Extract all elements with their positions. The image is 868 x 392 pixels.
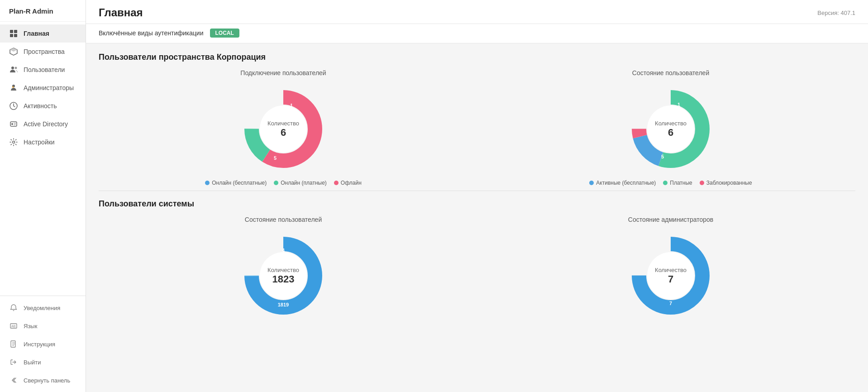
corp-chart1-center: Количество 6 [267,120,299,139]
corp-chart2-subtitle: Состояние пользователей [632,69,709,76]
system-chart1-subtitle: Состояние пользователей [245,216,322,223]
sidebar-item-spaces[interactable]: Пространства [0,43,86,61]
sidebar-item-admins[interactable]: Администраторы [0,79,86,97]
sidebar-item-manual[interactable]: Инструкция [0,335,86,353]
corp-chart2-value: 6 [655,127,687,139]
corp-chart2-center: Количество 6 [655,120,687,139]
corp-section-title: Пользователи пространства Корпорация [99,53,855,62]
legend-label-offline: Офлайн [341,180,362,186]
legend-label-paid: Платные [670,180,692,186]
sidebar-label-collapse: Свернуть панель [24,377,70,384]
sidebar-bottom: Уведомления AB Язык Инструкция Выйти Све… [0,296,86,392]
legend-dot-green2 [663,181,668,185]
sidebar-label-home: Главная [24,30,49,37]
legend-label-active-free: Активные (бесплатные) [596,180,656,186]
version-label: Версия: 407.1 [817,10,855,16]
corp-chart2: Состояние пользователей 1 5 [486,69,855,186]
legend-dot-red2 [700,181,704,185]
corp-charts-row: Подключение пользователей 1 [99,69,855,186]
legend-item-offline: Офлайн [334,180,362,186]
section-divider [99,191,855,191]
sidebar-label-notifications: Уведомления [24,305,60,311]
sidebar-nav: Главная Пространства Пользователи Админи… [0,22,86,296]
legend-dot-green [274,181,278,185]
users-icon [9,65,18,74]
legend-dot-blue2 [589,181,594,185]
admins-icon [9,83,18,92]
legend-label-online-free: Онлайн (бесплатные) [212,180,267,186]
sidebar-label-spaces: Пространства [24,48,65,55]
system-section-title: Пользователи системы [99,199,855,209]
sidebar-label-manual: Инструкция [24,341,55,348]
sidebar-label-language: Язык [24,323,37,330]
legend-item-online-free: Онлайн (бесплатные) [205,180,267,186]
manual-icon [9,339,18,349]
main-content: Главная Версия: 407.1 Включённые виды ау… [86,0,868,392]
corp-chart1-subtitle: Подключение пользователей [240,69,326,76]
auth-label: Включённые виды аутентификации [99,29,204,37]
corp-chart1: Подключение пользователей 1 [99,69,468,186]
svg-rect-0 [10,30,13,33]
system-chart2-value: 7 [655,273,687,285]
svg-text:5: 5 [661,154,664,159]
sidebar-label-settings: Настройки [24,139,55,146]
app-title: Plan-R Admin [0,0,86,22]
sidebar-item-ad[interactable]: Active Directory [0,115,86,133]
svg-point-10 [13,141,15,143]
legend-dot-red [334,181,339,185]
svg-text:1: 1 [677,102,680,107]
system-charts-row: Состояние пользователей 4 1819 Ко [99,216,855,321]
corp-chart2-donut: 1 5 Количество 6 [625,84,716,174]
page-title: Главная [99,6,143,19]
legend-item-blocked: Заблокированные [700,180,752,186]
sidebar-label-logout: Выйти [24,359,41,366]
settings-icon [9,138,18,147]
sidebar-item-notifications[interactable]: Уведомления [0,299,86,317]
svg-text:1: 1 [290,103,293,108]
svg-rect-3 [14,34,17,37]
legend-item-active-free: Активные (бесплатные) [589,180,656,186]
sidebar-item-language[interactable]: AB Язык [0,317,86,335]
content-area: Пользователи пространства Корпорация Под… [86,43,868,335]
corp-section: Пользователи пространства Корпорация Под… [99,53,855,186]
sidebar-item-collapse[interactable]: Свернуть панель [0,371,86,389]
logout-icon [9,358,18,367]
svg-point-9 [11,123,13,125]
corp-chart1-legend: Онлайн (бесплатные) Онлайн (платные) Офл… [205,180,362,186]
svg-rect-1 [14,30,17,33]
legend-item-paid: Платные [663,180,692,186]
system-section: Пользователи системы Состояние пользоват… [99,199,855,321]
sidebar-label-activity: Активность [24,102,57,110]
legend-dot-blue [205,181,210,185]
system-chart1-center: Количество 1823 [267,267,299,285]
language-icon: AB [9,321,18,330]
system-chart2-label: Количество [655,267,687,273]
sidebar-item-users[interactable]: Пользователи [0,61,86,79]
page-header: Главная Версия: 407.1 [86,0,868,24]
sidebar: Plan-R Admin Главная Пространства Пользо… [0,0,86,392]
sidebar-item-home[interactable]: Главная [0,24,86,43]
svg-text:7: 7 [669,301,672,306]
svg-text:1819: 1819 [278,302,289,307]
sidebar-item-logout[interactable]: Выйти [0,353,86,371]
sidebar-item-activity[interactable]: Активность [0,97,86,115]
system-chart2-subtitle: Состояние администраторов [628,216,713,223]
system-chart1-value: 1823 [267,273,299,285]
sidebar-label-ad: Active Directory [24,120,68,128]
corp-chart2-label: Количество [655,120,687,127]
svg-point-4 [11,67,14,69]
auth-badge: LOCAL [210,29,239,38]
svg-rect-2 [10,34,13,37]
sidebar-item-settings[interactable]: Настройки [0,133,86,151]
system-chart2: Состояние администраторов 7 Количество 7 [486,216,855,321]
sidebar-label-users: Пользователи [24,66,65,73]
system-chart2-center: Количество 7 [655,267,687,285]
corp-chart1-label: Количество [267,120,299,127]
notifications-icon [9,303,18,312]
legend-label-online-paid: Онлайн (платные) [281,180,327,186]
activity-icon [9,101,18,110]
sidebar-label-admins: Администраторы [24,84,74,91]
svg-text:AB: AB [11,325,16,328]
home-icon [9,29,18,38]
svg-text:5: 5 [274,155,277,161]
